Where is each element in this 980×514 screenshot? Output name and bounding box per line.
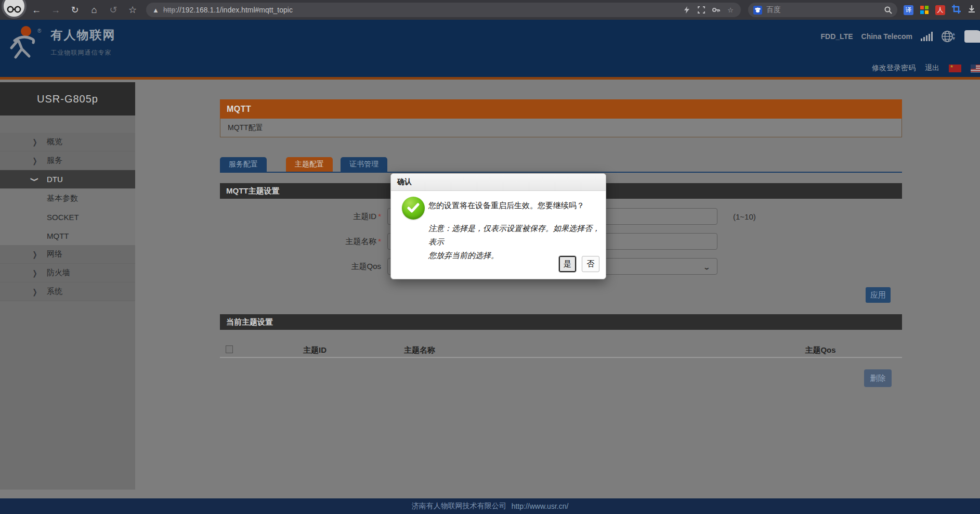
translate-extension-icon[interactable]: 译	[904, 5, 913, 15]
reload-button[interactable]: ↻	[70, 4, 80, 16]
pdf-extension-icon[interactable]: 人	[935, 5, 945, 15]
lightning-icon[interactable]	[683, 6, 691, 14]
screenshot-icon[interactable]	[697, 6, 705, 14]
key-icon[interactable]	[712, 6, 720, 14]
forward-button[interactable]: →	[50, 5, 61, 16]
baidu-icon	[753, 6, 762, 15]
search-bar[interactable]: 百度	[748, 3, 897, 17]
insecure-warning-icon: ▲	[152, 6, 159, 14]
glasses-icon	[6, 6, 22, 13]
bookmark-star-icon[interactable]: ☆	[127, 4, 138, 16]
url-bar[interactable]: ▲ http://192.168.1.1/index.html#mqtt_top…	[146, 3, 741, 17]
device-web-page: ® 有人物联网 工业物联网通信专家 FDD_LTE China Telecom …	[0, 20, 980, 514]
confirm-dialog: 确认 您的设置将在设备重启后生效。您要继续吗？ 注意：选择是，仅表示设置被保存。…	[390, 173, 606, 279]
search-input[interactable]: 百度	[766, 5, 884, 15]
success-check-icon	[402, 197, 425, 220]
download-icon[interactable]	[968, 5, 976, 15]
star-icon[interactable]: ☆	[726, 6, 735, 14]
dialog-title: 确认	[391, 174, 606, 191]
search-icon[interactable]	[884, 6, 892, 14]
browser-toolbar: ← → ↻ ⌂ ↺ ☆ ▲ http://192.168.1.1/index.h…	[0, 0, 980, 20]
confirm-no-button[interactable]: 否	[582, 256, 599, 272]
crop-extension-icon[interactable]	[952, 5, 961, 16]
back-button[interactable]: ←	[31, 5, 42, 16]
profile-avatar[interactable]	[2, 0, 27, 19]
confirm-yes-button[interactable]: 是	[559, 256, 576, 272]
history-button[interactable]: ↺	[108, 4, 119, 16]
home-button[interactable]: ⌂	[89, 5, 99, 16]
dialog-message: 您的设置将在设备重启后生效。您要继续吗？	[428, 201, 600, 211]
microsoft-extension-icon[interactable]	[920, 6, 929, 14]
url-text[interactable]: http://192.168.1.1/index.html#mqtt_topic	[163, 6, 677, 14]
